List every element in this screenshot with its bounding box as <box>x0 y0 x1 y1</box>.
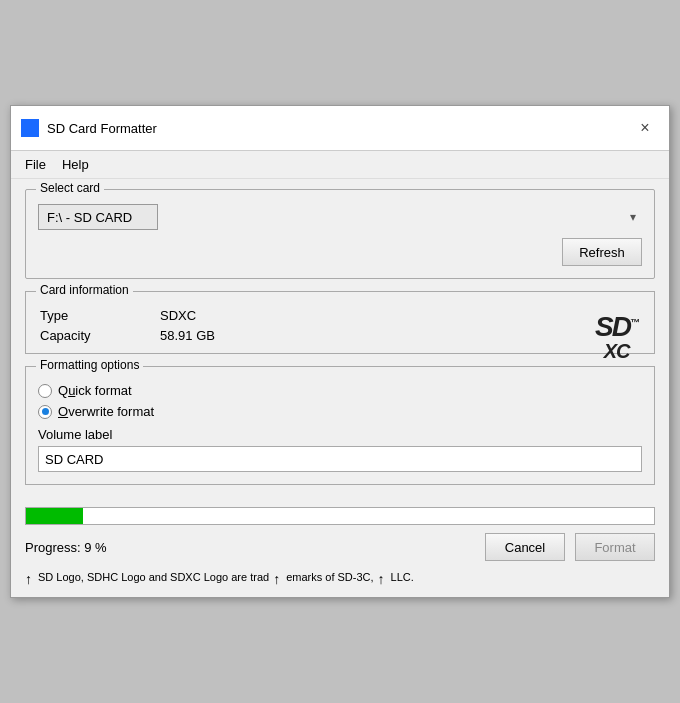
footer-text-2: emarks of SD-3C, <box>286 571 373 583</box>
arrow-icon-right: ↑ <box>378 571 385 587</box>
select-row: F:\ - SD CARD <box>38 204 642 230</box>
arrow-icon-left: ↑ <box>25 571 32 587</box>
sdxc-bottom: XC <box>595 341 638 361</box>
quick-format-label: Quick format <box>58 383 132 398</box>
refresh-button[interactable]: Refresh <box>562 238 642 266</box>
type-label: Type <box>40 308 160 323</box>
card-info-section: Card information Type SDXC Capacity 58.9… <box>25 291 655 354</box>
menu-file[interactable]: File <box>17 154 54 175</box>
main-window: SD Card Formatter × File Help Select car… <box>10 105 670 598</box>
card-info-label: Card information <box>36 283 133 297</box>
content-area: Select card F:\ - SD CARD Refresh Card i… <box>11 179 669 507</box>
overwrite-format-radio[interactable] <box>38 405 52 419</box>
select-card-label: Select card <box>36 181 104 195</box>
capacity-label: Capacity <box>40 328 160 343</box>
app-icon <box>21 119 39 137</box>
volume-label-input[interactable] <box>38 446 642 472</box>
menu-bar: File Help <box>11 151 669 179</box>
menu-help[interactable]: Help <box>54 154 97 175</box>
progress-area <box>11 507 669 525</box>
logo-sd-text: SD <box>595 311 630 342</box>
volume-label-section: Volume label <box>38 427 642 472</box>
select-card-section: Select card F:\ - SD CARD Refresh <box>25 189 655 279</box>
formatting-options-label: Formatting options <box>36 358 143 372</box>
close-button[interactable]: × <box>631 114 659 142</box>
overwrite-format-row[interactable]: Overwrite format <box>38 404 642 419</box>
card-select[interactable]: F:\ - SD CARD <box>38 204 158 230</box>
cancel-button[interactable]: Cancel <box>485 533 565 561</box>
logo-tm: ™ <box>630 317 638 328</box>
sdxc-logo: SD™ XC <box>595 313 638 361</box>
sdxc-top: SD™ <box>595 313 638 341</box>
footer-text: SD Logo, SDHC Logo and SDXC Logo are tra… <box>38 571 269 583</box>
footer-area: ↑ SD Logo, SDHC Logo and SDXC Logo are t… <box>11 567 669 597</box>
quick-format-text: ick format <box>75 383 131 398</box>
footer-text-3: LLC. <box>391 571 414 583</box>
refresh-row: Refresh <box>38 238 642 266</box>
arrow-icon-mid: ↑ <box>273 571 280 587</box>
volume-label-title: Volume label <box>38 427 642 442</box>
format-button[interactable]: Format <box>575 533 655 561</box>
formatting-options-section: Formatting options Quick format Overwrit… <box>25 366 655 485</box>
card-select-wrapper: F:\ - SD CARD <box>38 204 642 230</box>
bottom-row: Progress: 9 % Cancel Format <box>11 533 669 561</box>
quick-format-radio[interactable] <box>38 384 52 398</box>
window-title: SD Card Formatter <box>47 121 631 136</box>
quick-format-row[interactable]: Quick format <box>38 383 642 398</box>
overwrite-format-label: Overwrite format <box>58 404 154 419</box>
info-grid: Type SDXC Capacity 58.91 GB <box>40 308 640 343</box>
title-bar: SD Card Formatter × <box>11 106 669 151</box>
progress-bar-fill <box>26 508 83 524</box>
progress-bar-bg <box>25 507 655 525</box>
capacity-value: 58.91 GB <box>160 328 640 343</box>
progress-text: Progress: 9 % <box>25 540 475 555</box>
type-value: SDXC <box>160 308 640 323</box>
